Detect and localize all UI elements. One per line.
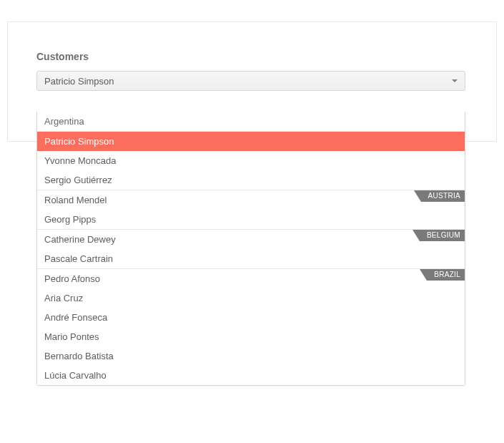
dropdown-group: BRAZILPedro AfonsoAria CruzAndré Fonseca… xyxy=(37,268,465,385)
dropdown-option[interactable]: Lúcia Carvalho xyxy=(37,366,465,385)
dropdown-selected-value: Patricio Simpson xyxy=(44,76,114,87)
dropdown-group-header: Argentina xyxy=(37,112,465,132)
dropdown-option[interactable]: Yvonne Moncada xyxy=(37,151,465,170)
dropdown-option[interactable]: Mario Pontes xyxy=(37,327,465,346)
dropdown-option[interactable]: Patricio Simpson xyxy=(37,132,465,151)
dropdown-option[interactable]: Pascale Cartrain xyxy=(37,249,465,268)
section-label: Customers xyxy=(36,51,468,62)
dropdown-option[interactable]: Bernardo Batista xyxy=(37,346,465,366)
chevron-down-icon xyxy=(452,79,458,82)
dropdown-popup[interactable]: ArgentinaPatricio SimpsonYvonne MoncadaS… xyxy=(36,112,465,386)
dropdown-group: AUSTRIARoland MendelGeorg Pipps xyxy=(37,190,465,229)
dropdown-option[interactable]: Roland Mendel xyxy=(37,190,465,210)
customer-dropdown[interactable]: Patricio Simpson xyxy=(36,71,465,91)
dropdown-option[interactable]: Pedro Afonso xyxy=(37,269,465,288)
dropdown-group: BELGIUMCatherine DeweyPascale Cartrain xyxy=(37,229,465,268)
dropdown-option[interactable]: Georg Pipps xyxy=(37,210,465,229)
dropdown-option[interactable]: Catherine Dewey xyxy=(37,230,465,249)
dropdown-group-tag: AUSTRIA xyxy=(421,190,465,202)
dropdown-group-tag: BRAZIL xyxy=(427,269,465,281)
dropdown-group-tag: BELGIUM xyxy=(420,230,465,241)
dropdown-option[interactable]: André Fonseca xyxy=(37,308,465,327)
dropdown-option[interactable]: Aria Cruz xyxy=(37,288,465,308)
dropdown-group: ArgentinaPatricio SimpsonYvonne MoncadaS… xyxy=(37,112,465,190)
dropdown-option[interactable]: Sergio Gutiérrez xyxy=(37,170,465,190)
